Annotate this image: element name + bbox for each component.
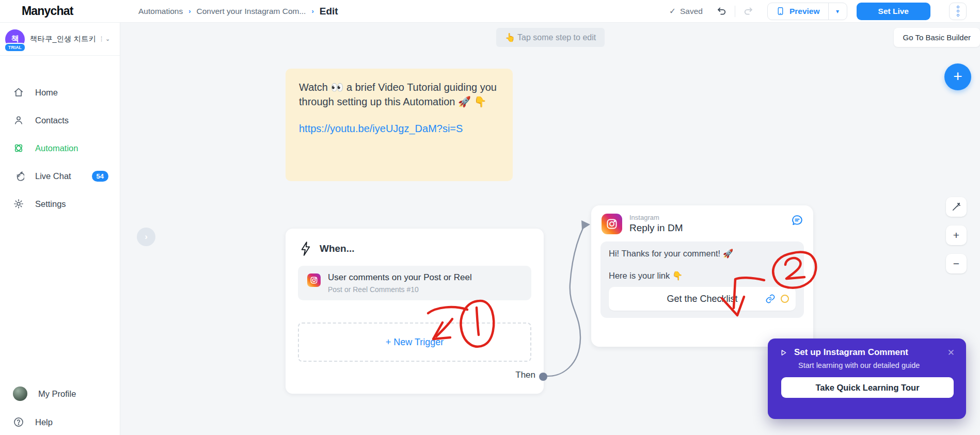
account-chevron-icon: ⋮⌄ — [99, 36, 110, 42]
instagram-icon — [602, 214, 622, 234]
sidebar-item-settings[interactable]: Settings — [0, 190, 120, 218]
add-node-fab-button[interactable]: + — [944, 63, 971, 90]
divider — [735, 6, 735, 17]
home-icon — [13, 87, 24, 98]
get-checklist-button[interactable]: Get the Checklist — [609, 287, 796, 311]
checklist-button-icons — [765, 294, 789, 304]
sidebar-item-label: Settings — [35, 199, 66, 209]
connector-port-icon[interactable] — [781, 295, 789, 303]
breadcrumb-flow-name[interactable]: Convert your Instagram Com... — [197, 7, 306, 16]
note-link[interactable]: https://youtu.be/iyeUJgz_DaM?si=S — [299, 123, 499, 135]
sidebar-item-label: Automation — [35, 143, 78, 153]
preview-dropdown-button[interactable]: ▾ — [828, 3, 847, 20]
undo-icon — [716, 6, 728, 17]
sidebar-item-automation[interactable]: Automation — [0, 134, 120, 162]
plus-icon: + — [953, 69, 962, 84]
breadcrumb: Automations › Convert your Instagram Com… — [138, 6, 338, 17]
trigger-row[interactable]: User comments on your Post or Reel Post … — [298, 266, 531, 300]
trigger-card-header: When... — [286, 229, 544, 266]
check-icon: ✓ — [669, 7, 676, 16]
instagram-icon — [307, 273, 321, 287]
sidebar: 책 TRIAL 책타쿠_인생 치트키 ⋮⌄ Home Contacts Auto… — [0, 23, 120, 435]
preview-label: Preview — [789, 7, 820, 16]
auto-arrange-button[interactable] — [946, 197, 967, 217]
account-switcher[interactable]: 책 TRIAL 책타쿠_인생 치트키 ⋮⌄ — [0, 23, 120, 56]
sidebar-item-label: Help — [35, 417, 53, 427]
sidebar-item-contacts[interactable]: Contacts — [0, 106, 120, 134]
sidebar-item-label: Contacts — [35, 116, 69, 125]
manychat-logo[interactable]: Manychat — [22, 4, 73, 18]
play-icon — [779, 348, 788, 357]
chevron-down-icon: ▾ — [836, 8, 839, 15]
main-area: 책 TRIAL 책타쿠_인생 치트키 ⋮⌄ Home Contacts Auto… — [0, 23, 980, 435]
reply-title: Reply in DM — [629, 222, 683, 234]
lightning-icon — [300, 241, 311, 256]
link-icon — [765, 294, 776, 304]
preview-button[interactable]: Preview ▾ — [767, 3, 847, 20]
chat-bubble-icon — [13, 170, 24, 182]
sidebar-item-my-profile[interactable]: My Profile — [0, 380, 120, 407]
set-live-button[interactable]: Set Live — [857, 3, 930, 20]
trigger-texts: User comments on your Post or Reel Post … — [328, 272, 472, 294]
page-title: Edit — [320, 6, 338, 17]
sidebar-nav: Home Contacts Automation Live Chat 54 — [0, 56, 120, 218]
note-card[interactable]: Watch 👀 a brief Video Tutorial guiding y… — [286, 69, 513, 181]
close-icon[interactable]: ✕ — [947, 348, 955, 357]
preview-button-main[interactable]: Preview — [768, 3, 828, 20]
sidebar-item-label: Live Chat — [35, 171, 71, 181]
get-checklist-label: Get the Checklist — [667, 294, 737, 304]
dm-message-2: Here is your link 👇 — [609, 271, 796, 281]
person-icon — [13, 115, 24, 126]
trigger-card[interactable]: When... User comments on your Post or Re… — [286, 229, 544, 394]
zoom-out-button[interactable]: − — [946, 254, 967, 273]
expand-panel-button[interactable]: › — [137, 228, 155, 246]
then-label: Then — [515, 370, 535, 380]
take-tour-button[interactable]: Take Quick Learning Tour — [781, 377, 954, 398]
trigger-subtitle: Post or Reel Comments #10 — [328, 285, 472, 294]
sidebar-item-home[interactable]: Home — [0, 78, 120, 106]
logo-wrap: Manychat — [0, 4, 120, 18]
topbar-actions: ✓ Saved Preview ▾ Set Live — [669, 3, 980, 20]
undo-button[interactable] — [714, 4, 730, 19]
gear-icon — [13, 198, 24, 210]
manychat-app: Manychat Automations › Convert your Inst… — [0, 0, 980, 435]
sidebar-item-label: Home — [35, 88, 58, 98]
my-profile-avatar — [13, 386, 27, 401]
go-to-basic-builder-button[interactable]: Go To Basic Builder — [894, 28, 980, 47]
reply-card-header: Instagram Reply in DM — [591, 205, 813, 239]
flow-canvas[interactable]: 👆 Tap some step to edit Go To Basic Buil… — [120, 23, 980, 435]
sidebar-item-label: My Profile — [38, 389, 76, 399]
popup-subtitle: Start learning with our detailed guide — [798, 361, 955, 369]
learning-tour-popup: Set up Instagram Comment ✕ Start learnin… — [768, 339, 966, 419]
popup-header: Set up Instagram Comment ✕ — [779, 347, 955, 358]
redo-icon — [742, 6, 754, 17]
sidebar-item-live-chat[interactable]: Live Chat 54 — [0, 162, 120, 190]
reply-head-text: Instagram Reply in DM — [629, 214, 683, 234]
dm-message-1: Hi! Thanks for your comment! 🚀 — [609, 249, 796, 259]
new-trigger-button[interactable]: + New Trigger — [298, 323, 531, 362]
dm-message-bubble: Hi! Thanks for your comment! 🚀 Here is y… — [600, 241, 804, 318]
breadcrumb-separator-icon: › — [188, 7, 191, 15]
sidebar-item-help[interactable]: Help — [0, 409, 120, 435]
kebab-dot-icon — [957, 10, 959, 12]
flow-connector-line — [543, 227, 583, 376]
trial-badge: TRIAL — [4, 43, 26, 52]
live-chat-badge: 54 — [92, 171, 108, 182]
kebab-dot-icon — [957, 6, 959, 8]
trigger-title: User comments on your Post or Reel — [328, 272, 472, 283]
phone-icon — [776, 7, 785, 15]
redo-button[interactable] — [740, 4, 756, 19]
saved-status: ✓ Saved — [669, 7, 703, 16]
breadcrumb-automations[interactable]: Automations — [138, 7, 183, 16]
canvas-hint: 👆 Tap some step to edit — [496, 28, 605, 47]
note-text: Watch 👀 a brief Video Tutorial guiding y… — [299, 80, 499, 109]
message-bubble-icon[interactable] — [791, 214, 804, 229]
zoom-in-button[interactable]: + — [946, 225, 967, 245]
top-bar: Manychat Automations › Convert your Inst… — [0, 0, 980, 23]
reply-dm-card[interactable]: Instagram Reply in DM Hi! Thanks for you… — [591, 205, 813, 347]
saved-label: Saved — [680, 7, 703, 16]
automation-icon — [13, 142, 24, 154]
when-title: When... — [320, 243, 355, 254]
account-avatar: 책 TRIAL — [5, 29, 25, 49]
kebab-menu-button[interactable] — [949, 3, 967, 20]
